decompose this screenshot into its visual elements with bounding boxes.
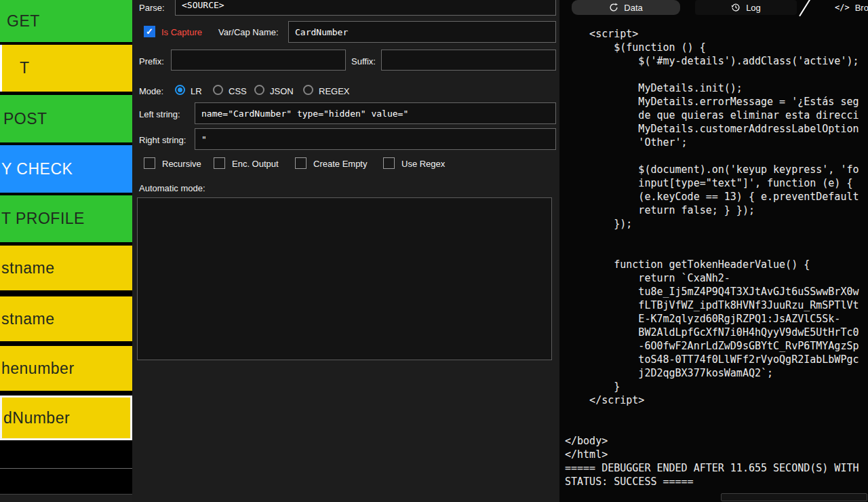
stack-block-keycheck[interactable]: Y CHECK <box>0 145 132 193</box>
stack-block-phonenumber[interactable]: henumber <box>0 346 132 391</box>
tab-data-label: Data <box>624 3 642 13</box>
stack-block-lastname[interactable]: stname <box>0 296 132 341</box>
mode-radio-regex[interactable] <box>303 85 313 95</box>
block-label: GET <box>7 12 40 31</box>
left-string-input[interactable] <box>195 102 556 124</box>
debugger-panel: Data Log </> Bro <script> $(function () … <box>559 0 868 502</box>
mode-radio-lr-label: LR <box>191 86 202 96</box>
use-regex-label: Use Regex <box>401 159 445 169</box>
log-output: <script> $(function () { $('#my-details'… <box>565 27 859 488</box>
sidebar-bottom-panel <box>0 494 132 502</box>
refresh-icon <box>609 3 618 12</box>
tab-log[interactable]: Log <box>695 0 797 15</box>
automatic-mode-label: Automatic mode: <box>139 183 205 193</box>
right-string-label: Right string: <box>139 135 186 145</box>
stack-block-cardnumber[interactable]: dNumber <box>0 395 132 440</box>
stack-block-post[interactable]: POST <box>0 95 132 142</box>
stack-block-get[interactable]: GET <box>0 0 132 42</box>
block-label: henumber <box>1 360 75 378</box>
history-icon <box>731 3 741 12</box>
block-label: T PROFILE <box>1 210 85 228</box>
automatic-mode-list[interactable] <box>137 197 552 360</box>
sidebar-divider <box>0 468 132 469</box>
config-stacker-window: { "sidebar": { "blocks": [ {"label": "GE… <box>0 0 868 502</box>
mode-radio-regex-label: REGEX <box>319 86 350 96</box>
stack-block-t[interactable]: T <box>0 45 132 92</box>
block-label: stname <box>1 259 54 277</box>
left-string-label: Left string: <box>139 109 180 119</box>
block-stack-sidebar: GET T POST Y CHECK T PROFILE stname stna… <box>0 0 132 502</box>
tab-browser[interactable]: </> Bro <box>835 0 868 15</box>
parse-source-input[interactable] <box>175 0 556 16</box>
block-label: stname <box>1 310 54 328</box>
prefix-input[interactable] <box>171 50 346 71</box>
enc-output-checkbox[interactable] <box>214 157 225 169</box>
create-empty-label: Create Empty <box>313 159 367 169</box>
var-cap-name-input[interactable] <box>288 21 556 43</box>
stack-block-firstname[interactable]: stname <box>0 246 132 290</box>
code-icon: </> <box>835 3 850 12</box>
prefix-label: Prefix: <box>139 56 164 66</box>
block-label: T <box>20 59 30 77</box>
parse-label: Parse: <box>139 3 165 13</box>
tab-log-label: Log <box>746 3 761 13</box>
suffix-label: Suffix: <box>351 56 376 66</box>
right-string-input[interactable] <box>195 128 556 150</box>
block-label: Y CHECK <box>1 160 73 178</box>
block-label: dNumber <box>3 409 70 427</box>
mode-radio-css-label: CSS <box>229 86 247 96</box>
is-capture-label: Is Capture <box>161 27 202 37</box>
recursive-checkbox[interactable] <box>144 157 155 169</box>
mode-radio-lr[interactable] <box>175 85 185 95</box>
mode-radio-json[interactable] <box>254 85 264 95</box>
debugger-status-bar <box>721 493 867 501</box>
mode-label: Mode: <box>139 86 163 96</box>
tab-browser-label: Bro <box>855 3 868 13</box>
var-cap-name-label: Var/Cap Name: <box>218 27 279 37</box>
use-regex-checkbox[interactable] <box>383 157 395 169</box>
is-capture-checkbox[interactable] <box>144 26 155 37</box>
recursive-label: Recursive <box>162 159 201 169</box>
mode-radio-json-label: JSON <box>270 86 294 96</box>
stack-block-profile[interactable]: T PROFILE <box>0 195 132 242</box>
tab-data[interactable]: Data <box>572 0 680 15</box>
block-label: POST <box>3 110 47 128</box>
suffix-input[interactable] <box>381 50 556 71</box>
tab-edge-divider <box>799 0 811 16</box>
parse-block-editor: Parse: Is Capture Var/Cap Name: Prefix: … <box>132 0 559 502</box>
enc-output-label: Enc. Output <box>232 159 279 169</box>
create-empty-checkbox[interactable] <box>295 157 307 169</box>
mode-radio-css[interactable] <box>213 85 223 95</box>
